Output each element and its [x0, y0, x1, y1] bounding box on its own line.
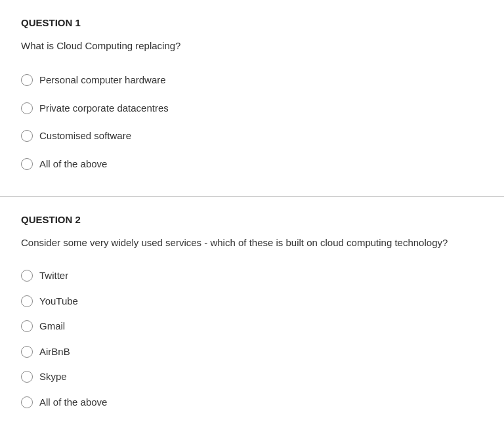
question-2-options: Twitter YouTube Gmail AirBnB Skype All o…	[21, 263, 483, 415]
list-item[interactable]: Personal computer hardware	[21, 66, 483, 95]
radio-button[interactable]	[21, 396, 33, 408]
radio-button[interactable]	[21, 158, 33, 170]
radio-button[interactable]	[21, 346, 33, 358]
question-block-2: QUESTION 2 Consider some very widely use…	[0, 197, 504, 424]
list-item[interactable]: Private corporate datacentres	[21, 95, 483, 123]
list-item[interactable]: All of the above	[21, 390, 483, 415]
option-label: All of the above	[39, 157, 107, 172]
option-label: Twitter	[39, 268, 68, 284]
radio-button[interactable]	[21, 371, 33, 383]
page-container: QUESTION 1 What is Cloud Computing repla…	[0, 0, 504, 424]
radio-button[interactable]	[21, 102, 33, 114]
list-item[interactable]: Customised software	[21, 122, 483, 150]
list-item[interactable]: Skype	[21, 364, 483, 390]
radio-button[interactable]	[21, 320, 33, 332]
list-item[interactable]: All of the above	[21, 150, 483, 179]
radio-button[interactable]	[21, 74, 33, 86]
option-label: Gmail	[39, 319, 65, 334]
list-item[interactable]: Twitter	[21, 263, 483, 289]
question-1-text: What is Cloud Computing replacing?	[21, 39, 483, 54]
option-label: Customised software	[39, 129, 131, 144]
list-item[interactable]: AirBnB	[21, 339, 483, 365]
radio-button[interactable]	[21, 130, 33, 142]
radio-button[interactable]	[21, 295, 33, 307]
radio-button[interactable]	[21, 270, 33, 282]
list-item[interactable]: YouTube	[21, 289, 483, 314]
list-item[interactable]: Gmail	[21, 314, 483, 339]
question-2-label: QUESTION 2	[21, 213, 483, 228]
option-label: Personal computer hardware	[39, 73, 166, 88]
option-label: AirBnB	[39, 345, 70, 360]
question-1-options: Personal computer hardware Private corpo…	[21, 66, 483, 178]
question-block-1: QUESTION 1 What is Cloud Computing repla…	[0, 0, 504, 197]
question-2-text: Consider some very widely used services …	[21, 236, 483, 251]
option-label: Skype	[39, 370, 67, 385]
option-label: YouTube	[39, 294, 78, 309]
question-1-label: QUESTION 1	[21, 16, 483, 31]
option-label: Private corporate datacentres	[39, 101, 169, 116]
option-label: All of the above	[39, 395, 107, 410]
